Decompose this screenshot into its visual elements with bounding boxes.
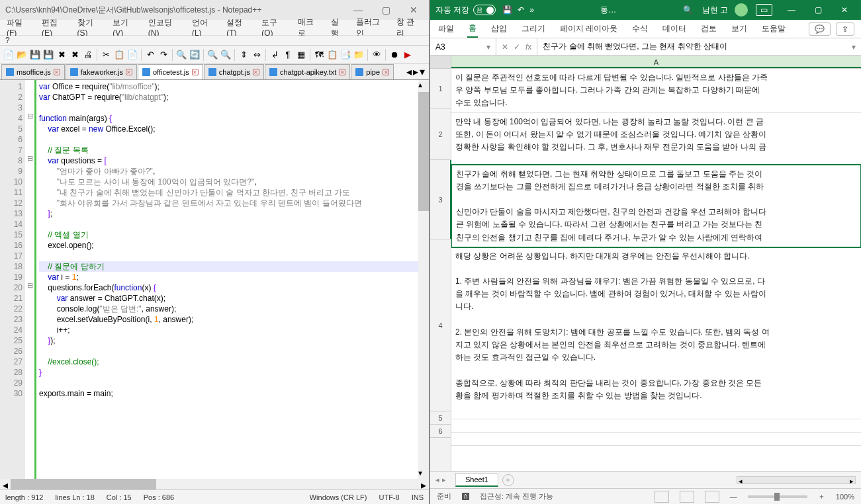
doc-map-icon[interactable]: 🗺 (313, 49, 325, 61)
ribbon-tab-보기[interactable]: 보기 (730, 21, 748, 37)
close-tab-icon[interactable]: ✕ (253, 69, 259, 75)
cell-a4[interactable]: 해당 상황은 어려운 상황입니다. 하지만 대개의 경우에는 안전을 우선시해야… (451, 247, 861, 419)
tab-fakeworker.js[interactable]: fakeworker.js✕ (66, 64, 137, 79)
page-break-view-button[interactable] (705, 491, 719, 503)
play-macro-icon[interactable]: ▶ (402, 49, 414, 61)
xl-grid[interactable]: 123456 이 질문은 주관적인 선호도에 따라 다르게 답변될 수 있습니다… (430, 69, 861, 471)
replace-icon[interactable]: 🔄 (189, 49, 201, 61)
copy-icon[interactable]: 📋 (113, 49, 125, 61)
tab-msoffice.js[interactable]: msoffice.js✕ (1, 64, 65, 79)
wordwrap-icon[interactable]: ↲ (269, 49, 281, 61)
find-icon[interactable]: 🔍 (175, 49, 187, 61)
monitor-icon[interactable]: 👁 (371, 49, 383, 61)
user-account[interactable]: 남현 고 (702, 3, 748, 17)
ribbon-tab-삽입[interactable]: 삽입 (490, 21, 508, 37)
tab-pipe[interactable]: pipe✕ (351, 64, 394, 79)
share-button[interactable]: ⇪ (836, 22, 854, 36)
undo-icon[interactable]: ↶ (518, 5, 524, 15)
ribbon-tab-그리기[interactable]: 그리기 (520, 21, 547, 37)
maximize-button[interactable]: ▢ (807, 5, 829, 15)
ribbon-tab-데이터[interactable]: 데이터 (661, 21, 688, 37)
func-list-icon[interactable]: 📑 (340, 49, 351, 61)
cell-a3[interactable]: 친구가 술에 취해 뻗었다면, 그는 현재 취약한 상태이므로 그를 돌보고 도… (451, 164, 861, 248)
zoom-in-icon[interactable]: 🔍 (206, 49, 218, 61)
add-sheet-button[interactable]: ＋ (502, 474, 514, 486)
column-header-a[interactable]: A (451, 56, 861, 68)
select-all-corner[interactable] (430, 56, 451, 68)
name-box[interactable]: A3 ▾ (430, 38, 496, 55)
close-tab-icon[interactable]: ✕ (383, 69, 389, 75)
minimize-button[interactable]: — (780, 5, 803, 15)
namebox-dropdown-icon[interactable]: ▾ (486, 42, 490, 52)
close-tab-icon[interactable]: ✕ (339, 69, 345, 75)
fold-column[interactable]: ⊟⊟⊟ (25, 80, 34, 479)
close-tab-icon[interactable]: ✕ (126, 69, 132, 75)
close-all-icon[interactable]: ✖ (69, 49, 81, 61)
undo-icon[interactable]: ↶ (144, 49, 156, 61)
close-tab-icon[interactable]: ✕ (54, 69, 60, 75)
print-icon[interactable]: 🖨 (82, 49, 94, 61)
more-qat-icon[interactable]: » (529, 5, 534, 15)
expand-formula-bar-icon[interactable]: ▾ (852, 42, 856, 52)
zoom-in-button[interactable]: ＋ (818, 491, 825, 501)
maximize-button[interactable]: ▢ (376, 5, 396, 15)
cells-area[interactable]: 이 질문은 주관적인 선호도에 따라 다르게 답변될 수 있습니다. 일반적으로… (451, 69, 861, 471)
close-file-icon[interactable]: ✖ (56, 49, 68, 61)
close-tab-icon[interactable]: ✕ (192, 69, 199, 75)
save-icon[interactable]: 💾 (29, 49, 41, 61)
row-header-4[interactable]: 4 (430, 239, 451, 411)
cell-a2[interactable]: 만약 내 통장에 100억이 입금되어 있다면, 나는 굉장히 놀라고 놀랄 것… (451, 113, 861, 165)
sheet-horizontal-scroll[interactable]: ◂▸ (737, 476, 856, 484)
row-header-1[interactable]: 1 (430, 69, 451, 108)
cancel-formula-icon[interactable]: ✕ (502, 42, 508, 52)
horizontal-scrollbar[interactable]: ◂ ▸ (0, 479, 429, 489)
cut-icon[interactable]: ✂ (100, 49, 112, 61)
npp-menu-help[interactable]: ? (0, 36, 429, 46)
save-icon[interactable]: 💾 (502, 5, 512, 15)
close-button[interactable]: ✕ (833, 5, 856, 15)
cell-a1[interactable]: 이 질문은 주관적인 선호도에 따라 다르게 답변될 수 있습니다. 일반적으로… (451, 69, 861, 113)
tab-nav-right-icon[interactable]: ▸ (413, 65, 418, 78)
indent-guide-icon[interactable]: ▦ (295, 49, 307, 61)
new-file-icon[interactable]: 📄 (3, 49, 15, 61)
zoom-out-icon[interactable]: 🔍 (220, 49, 232, 61)
fx-icon[interactable]: fx (525, 42, 531, 52)
show-chars-icon[interactable]: ¶ (282, 49, 294, 61)
tab-nav-left-icon[interactable]: ◂ (406, 65, 412, 78)
vertical-scrollbar[interactable]: ▴ ▾ (418, 80, 429, 479)
zoom-slider[interactable] (748, 495, 807, 498)
sheet-nav-prev-icon[interactable]: ◂ (435, 476, 439, 484)
ribbon-tab-홈[interactable]: 홈 (467, 20, 478, 38)
redo-icon[interactable]: ↷ (158, 49, 169, 61)
sync-v-icon[interactable]: ⇕ (238, 49, 249, 61)
folder-panel-icon[interactable]: 📁 (353, 49, 365, 61)
ribbon-tab-페이지 레이아웃[interactable]: 페이지 레이아웃 (559, 21, 619, 37)
row-header-2[interactable]: 2 (430, 108, 451, 160)
zoom-out-button[interactable]: — (730, 493, 737, 501)
search-icon[interactable]: 🔍 (683, 5, 693, 15)
sheet-tab[interactable]: Sheet1 (455, 473, 498, 487)
normal-view-button[interactable] (655, 491, 669, 503)
open-file-icon[interactable]: 📂 (16, 49, 28, 61)
comments-button[interactable]: 💬 (809, 22, 831, 36)
minimize-button[interactable]: — (348, 5, 368, 15)
tab-chatgpt.js[interactable]: chatgpt.js✕ (204, 64, 264, 79)
accept-formula-icon[interactable]: ✓ (514, 42, 520, 52)
page-layout-view-button[interactable] (680, 491, 694, 503)
cell-a6[interactable] (451, 433, 861, 446)
record-macro-icon[interactable]: ⏺ (388, 49, 400, 61)
tab-menu-icon[interactable]: ▾ (420, 65, 425, 78)
npp-editor[interactable]: 1234567891011121314151617181920212223242… (0, 80, 429, 479)
accessibility-icon[interactable]: 🅰 (462, 493, 469, 501)
sheet-nav-next-icon[interactable]: ▸ (442, 476, 446, 484)
formula-bar[interactable]: 친구가 술에 취해 뻗었다면, 그는 현재 취약한 상태이 ▾ (537, 41, 861, 52)
cell-a5[interactable] (451, 419, 861, 433)
close-button[interactable]: ✕ (404, 5, 424, 15)
ribbon-tab-파일[interactable]: 파일 (437, 21, 455, 37)
save-all-icon[interactable]: 💾 (42, 49, 54, 61)
ribbon-tab-도움말[interactable]: 도움말 (760, 21, 787, 37)
row-header-3[interactable]: 3 (430, 160, 451, 239)
doc-list-icon[interactable]: 📋 (326, 49, 338, 61)
code-area[interactable]: var Office = require("lib/msoffice");var… (34, 80, 418, 479)
row-header-5[interactable]: 5 (430, 411, 451, 425)
